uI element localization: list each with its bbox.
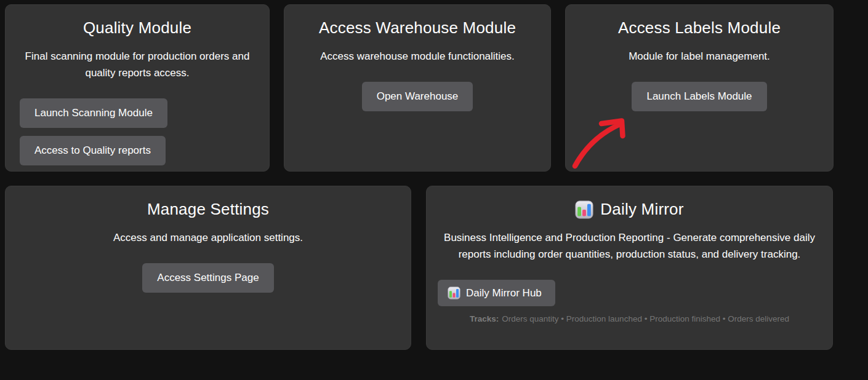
quality-module-buttons: Launch Scanning Module Access to Quality… xyxy=(20,98,259,165)
card-grid: Quality Module Final scanning module for… xyxy=(5,4,834,350)
labels-module-buttons: Launch Labels Module xyxy=(576,82,823,111)
daily-mirror-title-row: Daily Mirror xyxy=(436,200,822,219)
warehouse-module-title: Access Warehouse Module xyxy=(294,18,540,38)
warehouse-module-description: Access warehouse module functionalities. xyxy=(294,48,540,65)
daily-mirror-description: Business Intelligence and Production Rep… xyxy=(436,229,822,263)
daily-mirror-hub-button[interactable]: Daily Mirror Hub xyxy=(438,280,555,306)
tracks-label: Tracks: xyxy=(470,314,499,323)
manage-settings-buttons: Access Settings Page xyxy=(15,263,401,293)
daily-mirror-buttons: Daily Mirror Hub xyxy=(438,280,822,306)
manage-settings-card: Manage Settings Access and manage applic… xyxy=(5,186,411,350)
quality-module-card: Quality Module Final scanning module for… xyxy=(5,4,270,172)
manage-settings-description: Access and manage application settings. xyxy=(15,229,401,246)
daily-mirror-card: Daily Mirror Business Intelligence and P… xyxy=(426,186,833,350)
warehouse-module-buttons: Open Warehouse xyxy=(294,82,540,111)
top-card-row: Quality Module Final scanning module for… xyxy=(5,4,834,172)
daily-mirror-tracks-line: Tracks:Orders quantity • Production laun… xyxy=(436,314,822,323)
quality-module-description: Final scanning module for production ord… xyxy=(15,48,259,81)
bar-chart-icon xyxy=(575,200,593,219)
modules-dashboard: Quality Module Final scanning module for… xyxy=(0,0,868,380)
bar-chart-icon xyxy=(448,287,460,299)
quality-module-title: Quality Module xyxy=(15,18,259,38)
access-settings-page-button[interactable]: Access Settings Page xyxy=(142,263,273,293)
daily-mirror-hub-button-label: Daily Mirror Hub xyxy=(466,287,542,299)
labels-module-description: Module for label management. xyxy=(576,48,823,65)
daily-mirror-title: Daily Mirror xyxy=(600,200,683,219)
tracks-items: Orders quantity • Production launched • … xyxy=(502,314,789,323)
launch-scanning-module-button[interactable]: Launch Scanning Module xyxy=(20,98,167,128)
access-quality-reports-button[interactable]: Access to Quality reports xyxy=(20,136,166,165)
labels-module-card: Access Labels Module Module for label ma… xyxy=(565,4,834,172)
bottom-card-row: Manage Settings Access and manage applic… xyxy=(5,186,834,350)
launch-labels-module-button[interactable]: Launch Labels Module xyxy=(632,82,766,111)
labels-module-title: Access Labels Module xyxy=(576,18,823,38)
warehouse-module-card: Access Warehouse Module Access warehouse… xyxy=(284,4,551,172)
open-warehouse-button[interactable]: Open Warehouse xyxy=(362,82,473,111)
manage-settings-title: Manage Settings xyxy=(15,200,401,219)
